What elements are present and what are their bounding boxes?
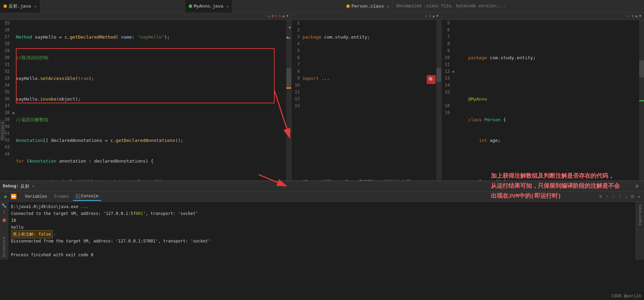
- debug-panel: Debug: 反射 ✕ ⚙ ▶ ⏩ Variables Frames ▶: [0, 180, 644, 257]
- console-line-2: Connected to the target VM, address: '12…: [11, 210, 633, 217]
- editor-left-content: 25 26 27 28 29 30 31 32 33 34 35 36 37 3…: [0, 20, 291, 180]
- editor-right-header: ✓ 1 ▲ ▼: [442, 12, 644, 20]
- warn-triangle-icon: ⚠: [268, 14, 270, 18]
- editor-right-content: 56789101112131415 1819 ▶ package com.stu…: [442, 20, 644, 180]
- right-count: 1: [632, 14, 634, 18]
- code-area-left[interactable]: Method sayHello = c.getDeclaredMethod( n…: [16, 20, 286, 180]
- nav-up-arrow[interactable]: ▲: [283, 14, 285, 18]
- check-icon: ✓: [425, 14, 428, 18]
- project-sidebar-label: Project: [0, 120, 6, 141]
- line-numbers-left: 25 26 27 28 29 30 31 32 33 34 35 36 37 3…: [0, 20, 11, 180]
- debug-stop-icon[interactable]: ⏹: [2, 218, 7, 223]
- debug-right-icons: Favorites: [636, 202, 644, 260]
- nav-down-arrow[interactable]: ▼: [286, 14, 288, 18]
- toolbar-icon-5[interactable]: ↓: [624, 194, 628, 199]
- settings-icon[interactable]: ⚙: [636, 183, 638, 189]
- debug-wrench-icon[interactable]: 🔧: [1, 203, 7, 208]
- debug-content: 🔧 ⤵ ⏹ Structure E:\java1.8\jdk\bin\java.…: [0, 202, 644, 260]
- line-numbers-middle: 12345678910111213: [291, 20, 301, 180]
- debug-header: Debug: 反射 ✕ ⚙: [0, 181, 644, 192]
- tab-person-class-label: Person.class: [351, 4, 384, 9]
- console-line-3: 10: [11, 217, 633, 224]
- gutter-left: ◉: [11, 20, 16, 180]
- console-output: E:\java1.8\jdk\bin\java.exe ... Connecte…: [8, 202, 636, 260]
- editor-pane-left: ⚠ 3 ✕ 1 ▲ ▼ 25 26 27 28 29 30 31 32: [0, 12, 291, 180]
- tab-fan-she-close[interactable]: ✕: [34, 4, 37, 9]
- debug-title: 反射: [20, 183, 29, 189]
- code-area-right[interactable]: package com.study.entity; @MyAnno class …: [456, 20, 639, 180]
- warn-count: 3: [271, 14, 274, 18]
- debug-label: Debug:: [3, 184, 19, 189]
- favorites-label-icon: Favorites: [638, 203, 642, 226]
- line-numbers-right: 56789101112131415 1819: [442, 20, 451, 180]
- scrollbar-left[interactable]: 🔍: [286, 20, 291, 180]
- editor-pane-middle: ✓ 1 ▲ ▼ 12345678910111213 package com.st…: [291, 12, 442, 180]
- tab-bar: 反射.java ✕ MyAnno.java ✕ Person.class ✕ D…: [0, 0, 644, 12]
- console-line-4: hello: [11, 224, 633, 231]
- error-x-icon: ✕: [275, 14, 278, 18]
- console-line-6: Disconnected from the target VM, address…: [11, 238, 633, 245]
- right-up-arrow[interactable]: ▲: [635, 14, 638, 18]
- tab-fan-she[interactable]: 反射.java ✕: [0, 0, 40, 12]
- console-line-5: 类上有注解: false —: [11, 231, 633, 238]
- editor-pane-right: ✓ 1 ▲ ▼ 56789101112131415 1819 ▶: [442, 12, 644, 180]
- tab-myAnno[interactable]: MyAnno.java ✕: [185, 0, 232, 12]
- console-line-1: E:\java1.8\jdk\bin\java.exe ...: [11, 203, 633, 210]
- debug-close-icon[interactable]: ✕: [32, 184, 34, 188]
- console-line-7: [11, 245, 633, 251]
- editor-middle-header: ✓ 1 ▲ ▼: [291, 12, 441, 20]
- toolbar-icon-1[interactable]: ≡: [598, 194, 603, 199]
- tab-myAnno-close[interactable]: ✕: [226, 4, 229, 9]
- tab-green-dot: [189, 4, 192, 8]
- tab-frames[interactable]: Frames: [51, 193, 72, 200]
- csdn-watermark: CSDN @worilb: [612, 294, 641, 299]
- toolbar-icon-2[interactable]: ↑: [605, 194, 610, 199]
- tab-orange-dot: [3, 4, 7, 8]
- middle-count: 1: [429, 14, 431, 18]
- tab-myAnno-label: MyAnno.java: [194, 4, 224, 9]
- toolbar-icon-6[interactable]: ⊟: [630, 194, 635, 199]
- middle-down-arrow[interactable]: ▼: [436, 14, 438, 18]
- debug-left-icons: 🔧 ⤵ ⏹ Structure: [0, 202, 8, 260]
- editor-left-header: ⚠ 3 ✕ 1 ▲ ▼: [0, 12, 291, 20]
- right-down-arrow[interactable]: ▼: [639, 14, 641, 18]
- debug-tabs-toolbar: ▶ ⏩ Variables Frames ▶ Console ≡ ↑ ↓ ↑: [0, 192, 644, 202]
- console-line-8: Process finished with exit code 0: [11, 251, 633, 258]
- editors-row: ⚠ 3 ✕ 1 ▲ ▼ 25 26 27 28 29 30 31 32: [0, 12, 644, 180]
- tab-person-orange-dot: [346, 4, 350, 8]
- toolbar-icon-4[interactable]: ↑: [617, 194, 622, 199]
- debug-resume-icon[interactable]: ⏩: [10, 194, 17, 200]
- error-count: 1: [279, 14, 281, 18]
- middle-up-arrow[interactable]: ▲: [433, 14, 435, 18]
- tab-console[interactable]: ▶ Console: [73, 192, 101, 201]
- debug-run-icon[interactable]: ▶: [3, 194, 9, 200]
- scrollbar-middle[interactable]: [436, 20, 441, 180]
- decompiled-notice: Decompiled .class file, bytecode version…: [393, 0, 644, 12]
- right-check-icon: ✓: [628, 14, 631, 18]
- structure-label-icon: Structure: [2, 235, 6, 258]
- debug-step-icon[interactable]: ⤵: [3, 210, 5, 215]
- code-area-middle[interactable]: package com.study.entity; import ... @Ta…: [301, 20, 426, 180]
- editor-middle-content: 12345678910111213 package com.study.enti…: [291, 20, 441, 180]
- toolbar-icon-7[interactable]: ⇥: [636, 194, 641, 199]
- tab-person-class[interactable]: Person.class ✕: [343, 0, 393, 12]
- tab-person-class-close[interactable]: ✕: [387, 4, 389, 9]
- gutter-right: ▶: [451, 20, 456, 180]
- tab-fan-she-label: 反射.java: [9, 3, 31, 9]
- search-icon-middle[interactable]: 🔍: [426, 20, 436, 180]
- scrollbar-right[interactable]: [639, 20, 644, 180]
- toolbar-icon-3[interactable]: ↓: [611, 194, 616, 199]
- tab-variables[interactable]: Variables: [22, 193, 50, 200]
